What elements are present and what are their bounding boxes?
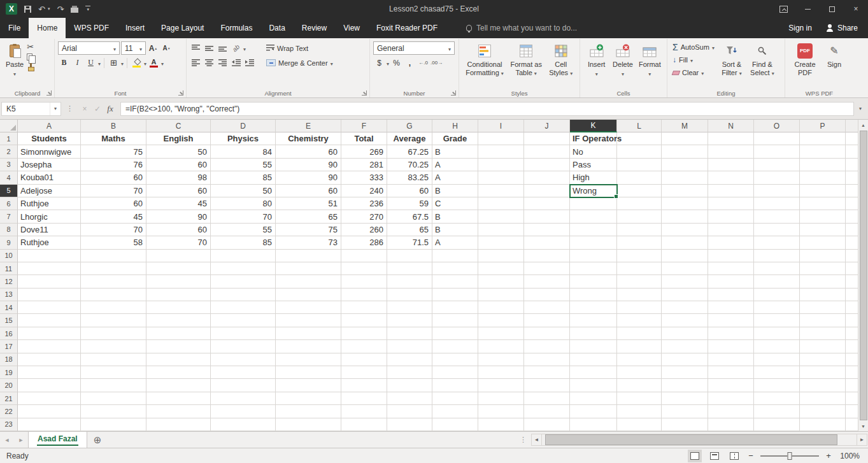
cell-B11[interactable]	[81, 262, 146, 275]
row-header-3[interactable]: 3	[0, 159, 18, 171]
increase-indent-button[interactable]	[243, 57, 255, 69]
cell-M9[interactable]	[662, 236, 708, 249]
cell-I23[interactable]	[478, 418, 524, 431]
clear-button[interactable]: Clear	[671, 66, 716, 79]
cell-A15[interactable]	[18, 314, 81, 327]
cell-L3[interactable]	[617, 159, 662, 171]
cell-E1[interactable]: Chemistry	[276, 132, 341, 145]
cell-K11[interactable]	[570, 262, 617, 275]
merge-center-button[interactable]: Merge & Center	[264, 57, 335, 69]
cell-M22[interactable]	[662, 405, 708, 418]
decrease-decimal-button[interactable]: .00→	[430, 57, 443, 69]
cell-E8[interactable]: 75	[276, 224, 341, 236]
cell-D7[interactable]: 70	[211, 210, 276, 223]
cell-P2[interactable]	[800, 145, 846, 158]
cell-C16[interactable]	[146, 327, 211, 340]
cell-H5[interactable]: B	[432, 185, 478, 197]
cell-B16[interactable]	[81, 327, 146, 340]
cell-H15[interactable]	[432, 314, 478, 327]
row-header-21[interactable]: 21	[0, 392, 18, 405]
cell-O20[interactable]	[754, 379, 800, 392]
column-header-A[interactable]: A	[18, 120, 81, 132]
column-header-C[interactable]: C	[146, 120, 211, 132]
cell-O15[interactable]	[754, 314, 800, 327]
cell-C4[interactable]: 98	[146, 171, 211, 184]
cell-A22[interactable]	[18, 405, 81, 418]
number-format-select[interactable]: General	[373, 41, 455, 55]
cell-I21[interactable]	[478, 392, 524, 405]
cell-P4[interactable]	[800, 171, 846, 184]
cell-N15[interactable]	[708, 314, 754, 327]
format-painter-icon[interactable]	[27, 63, 34, 72]
cell-G14[interactable]	[387, 301, 432, 314]
cell-P16[interactable]	[800, 327, 846, 340]
cell-K6[interactable]	[570, 197, 617, 210]
cell-N4[interactable]	[708, 171, 754, 184]
cell-F16[interactable]	[341, 327, 387, 340]
cell-J20[interactable]	[524, 379, 570, 392]
cell-B13[interactable]	[81, 288, 146, 301]
format-dropdown-icon[interactable]	[648, 69, 651, 78]
cell-M23[interactable]	[662, 418, 708, 431]
cell-E17[interactable]	[276, 340, 341, 353]
cell-E19[interactable]	[276, 366, 341, 379]
cell-P23[interactable]	[800, 418, 846, 431]
redo-icon[interactable]: ↷	[57, 5, 64, 13]
cell-K13[interactable]	[570, 288, 617, 301]
normal-view-button[interactable]	[688, 450, 702, 462]
cell-M21[interactable]	[662, 392, 708, 405]
cell-K15[interactable]	[570, 314, 617, 327]
cell-M20[interactable]	[662, 379, 708, 392]
cell-A4[interactable]: Kouba01	[18, 171, 81, 184]
cell-A21[interactable]	[18, 392, 81, 405]
format-cells-button[interactable]: Format	[636, 41, 664, 88]
cell-N9[interactable]	[708, 236, 754, 249]
cell-M8[interactable]	[662, 224, 708, 236]
cell-M10[interactable]	[662, 250, 708, 262]
cell-M7[interactable]	[662, 210, 708, 223]
cell-I8[interactable]	[478, 224, 524, 236]
cell-J8[interactable]	[524, 224, 570, 236]
cell-C5[interactable]: 60	[146, 185, 211, 197]
cell-I13[interactable]	[478, 288, 524, 301]
cell-L16[interactable]	[617, 327, 662, 340]
column-header-J[interactable]: J	[524, 120, 570, 132]
cell-N10[interactable]	[708, 250, 754, 262]
select-all-corner[interactable]	[0, 120, 18, 132]
cell-E9[interactable]: 73	[276, 236, 341, 249]
orientation-dropdown-icon[interactable]	[243, 44, 246, 53]
cell-F11[interactable]	[341, 262, 387, 275]
cell-O7[interactable]	[754, 210, 800, 223]
cell-D2[interactable]: 84	[211, 145, 276, 158]
cell-I16[interactable]	[478, 327, 524, 340]
font-color-dropdown-icon[interactable]	[161, 59, 164, 68]
cell-M16[interactable]	[662, 327, 708, 340]
cell-L22[interactable]	[617, 405, 662, 418]
enter-icon[interactable]: ✓	[91, 104, 104, 113]
cell-P9[interactable]	[800, 236, 846, 249]
cell-G10[interactable]	[387, 250, 432, 262]
cell-M13[interactable]	[662, 288, 708, 301]
cell-C12[interactable]	[146, 275, 211, 288]
cell-G2[interactable]: 67.25	[387, 145, 432, 158]
maximize-button[interactable]	[820, 0, 844, 18]
cell-J23[interactable]	[524, 418, 570, 431]
cell-P1[interactable]	[800, 132, 846, 145]
cell-D14[interactable]	[211, 301, 276, 314]
cell-G6[interactable]: 59	[387, 197, 432, 210]
cell-M11[interactable]	[662, 262, 708, 275]
cell-E15[interactable]	[276, 314, 341, 327]
column-header-O[interactable]: O	[754, 120, 800, 132]
row-header-19[interactable]: 19	[0, 366, 18, 379]
cell-P8[interactable]	[800, 224, 846, 236]
cell-A2[interactable]: Simonnwigwe	[18, 145, 81, 158]
cell-H14[interactable]	[432, 301, 478, 314]
cell-D1[interactable]: Physics	[211, 132, 276, 145]
cell-K2[interactable]: No	[570, 145, 617, 158]
sign-button[interactable]: ✎ Sign	[822, 41, 847, 88]
cell-G13[interactable]	[387, 288, 432, 301]
cell-D13[interactable]	[211, 288, 276, 301]
cell-C7[interactable]: 90	[146, 210, 211, 223]
cell-F10[interactable]	[341, 250, 387, 262]
cell-J3[interactable]	[524, 159, 570, 171]
